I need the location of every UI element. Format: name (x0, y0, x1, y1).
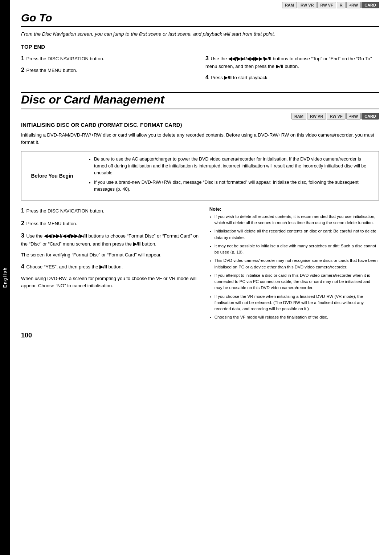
note-4: This DVD video camera/recorder may not r… (215, 258, 379, 270)
disc-step4: 4 Choose “YES”, and then press the ▶/II … (21, 262, 199, 271)
goto-step3-end-button: ▶/II (276, 64, 283, 69)
note-7: Choosing the VF mode will release the fi… (215, 314, 379, 320)
init-heading: INITIALISING DISC OR CARD (FORMAT DISC. … (21, 122, 379, 128)
notes-list: If you wish to delete all recorded conte… (209, 214, 379, 321)
before-bullet-2: If you use a brand-new DVD-RW/+RW disc, … (94, 179, 373, 193)
goto-step2-text: Press the MENU button. (26, 68, 77, 73)
screen-note: The screen for verifying “Format Disc” o… (21, 251, 199, 259)
disc-step2-text: Press the MENU button. (26, 221, 77, 226)
goto-step4-pre: Press (211, 75, 224, 80)
disc-step3-button: ▶/II (133, 241, 141, 247)
sidebar-label: English (3, 267, 8, 288)
disc-col-left: 1 Press the DISC NAVIGATION button. 2 Pr… (21, 206, 199, 323)
goto-subtitle: From the Disc Navigation screen, you can… (21, 31, 379, 38)
goto-col-right: 3 Use the ◀◀/▶▶I/◀◀/▶▶/▶/II buttons to c… (205, 54, 379, 85)
sidebar: English (0, 0, 10, 555)
before-label: Before You Begin (21, 151, 83, 200)
disc-badge-card: CARD (362, 113, 379, 119)
goto-step3-end-post: button. (283, 64, 299, 69)
page-number: 100 (21, 332, 379, 339)
disc-badge-plusrw: +RW (346, 113, 361, 119)
disc-step3: 3 Use the ◀◀/▶▶I/◀◀/▶▶/▶/II buttons to c… (21, 231, 199, 248)
goto-step3-pre: Use the (211, 56, 228, 61)
goto-step2: 2 Press the MENU button. (21, 66, 195, 74)
goto-step4: 4 Press ▶/II to start playback. (205, 73, 379, 82)
disc-step4-pre: Choose “YES”, and then press the (26, 264, 100, 270)
note-2: Initialisation will delete all the recor… (215, 228, 379, 241)
init-description: Initialising a DVD-RAM/DVD-RW/+RW disc o… (21, 131, 379, 146)
goto-step4-button: ▶/II (224, 75, 232, 80)
goto-step3-buttons: ◀◀/▶▶I/◀◀/▶▶/▶/II (228, 56, 271, 61)
disc-step2: 2 Press the MENU button. (21, 219, 199, 228)
disc-badge-bar: RAM RW VR RW VF +RW CARD (21, 112, 379, 122)
goto-col-left: 1 Press the DISC NAVIGATION button. 2 Pr… (21, 54, 195, 85)
note-3: It may not be possible to initialise a d… (215, 243, 379, 256)
disc-badge-rwvr: RW VR (307, 113, 326, 119)
goto-title: Go To (21, 12, 379, 27)
top-badge-bar: RAM RW VR RW VF R +RW CARD (21, 0, 379, 10)
before-you-begin-box: Before You Begin Be sure to use the AC a… (21, 151, 379, 200)
note-heading: Note: (209, 206, 379, 212)
goto-step1-text: Press the DISC NAVIGATION button. (26, 56, 105, 61)
before-content: Be sure to use the AC adapter/charger to… (83, 151, 379, 200)
goto-step4-post: to start playback. (232, 75, 269, 80)
main-content: RAM RW VR RW VF R +RW CARD Go To From th… (10, 0, 392, 555)
badge-plusrw: +RW (346, 2, 361, 8)
disc-step4-post: button. (107, 264, 123, 270)
disc-col-right: Note: If you wish to delete all recorded… (209, 206, 379, 323)
badge-rwvr: RW VR (298, 2, 317, 8)
badge-rwvf: RW VF (317, 2, 336, 8)
before-bullets-list: Be sure to use the AC adapter/charger to… (88, 156, 373, 193)
badge-r: R (337, 2, 346, 8)
goto-step1: 1 Press the DISC NAVIGATION button. (21, 54, 195, 63)
badge-card-top: CARD (362, 2, 379, 8)
note-5: If you attempt to initialise a disc or c… (215, 272, 379, 291)
before-bullet-1: Be sure to use the AC adapter/charger to… (94, 156, 373, 176)
disc-badge-ram: RAM (291, 113, 306, 119)
disc-step1: 1 Press the DISC NAVIGATION button. (21, 206, 199, 215)
disc-step3-buttons: ◀◀/▶▶I/◀◀/▶▶/▶/II (44, 233, 87, 239)
note-1: If you wish to delete all recorded conte… (215, 214, 379, 226)
goto-step3: 3 Use the ◀◀/▶▶I/◀◀/▶▶/▶/II buttons to c… (205, 54, 379, 70)
disc-step3-end: button. (140, 241, 156, 247)
goto-steps: 1 Press the DISC NAVIGATION button. 2 Pr… (21, 54, 379, 85)
disc-badge-rwvf: RW VF (327, 113, 345, 119)
disc-step1-text: Press the DISC NAVIGATION button. (26, 208, 105, 214)
disc-title: Disc or Card Management (21, 93, 379, 109)
disc-step4-button: ▶/II (99, 264, 107, 270)
disc-two-col: 1 Press the DISC NAVIGATION button. 2 Pr… (21, 206, 379, 323)
vf-vr-note: When using DVD-RW, a screen for promptin… (21, 275, 199, 289)
topend-heading: TOP END (21, 44, 379, 50)
badge-ram: RAM (282, 2, 297, 8)
note-6: If you choose the VR mode when initialis… (215, 293, 379, 312)
disc-step3-pre: Use the (26, 233, 44, 239)
